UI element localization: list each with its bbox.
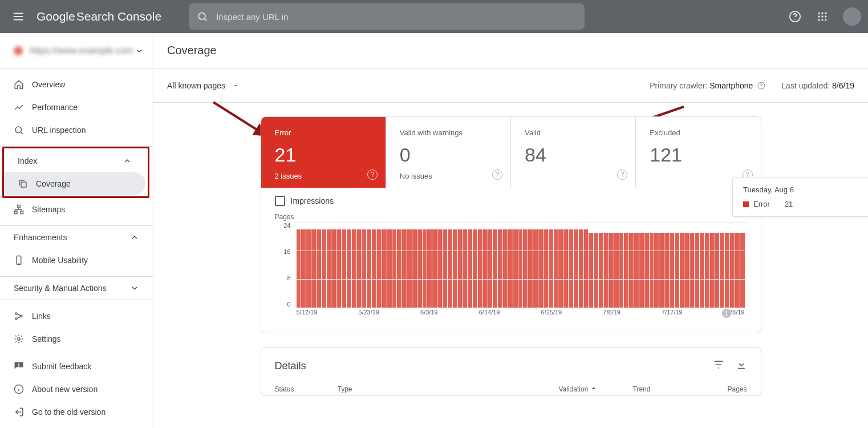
chart-bar[interactable] [710,233,715,308]
chart-bar[interactable] [533,229,538,308]
chart-bar[interactable] [377,229,382,308]
nav-section-security[interactable]: Security & Manual Actions [0,277,153,300]
chart-bar[interactable] [483,229,488,308]
chart-bar[interactable] [387,229,392,308]
chart-bar[interactable] [473,229,477,308]
chart-bar[interactable] [317,229,321,308]
chart-bar[interactable] [301,229,306,308]
filter-icon[interactable] [713,359,724,373]
chart-bar[interactable] [432,229,437,308]
chart-bar[interactable] [624,233,628,308]
chart-bar[interactable] [650,233,654,308]
chart-bar[interactable] [735,233,740,308]
chart-bar[interactable] [705,233,709,308]
chart-bar[interactable] [700,233,704,308]
nav-settings[interactable]: Settings [0,328,146,350]
chart-bar[interactable] [402,229,407,308]
chart-bar[interactable] [382,229,387,308]
chart-bar[interactable] [427,229,432,308]
chart-bar[interactable] [528,229,533,308]
chart-bar[interactable] [322,229,326,308]
chart-bar[interactable] [448,229,452,308]
chart-bar[interactable] [498,229,502,308]
chart-bar[interactable] [720,233,724,308]
tab-error[interactable]: Error 21 2 issues ? [261,117,386,188]
chart-bar[interactable] [367,229,371,308]
chart-bar[interactable] [538,229,543,308]
checkbox-icon[interactable] [275,196,285,206]
chart-bar[interactable] [342,229,346,308]
chart-bar[interactable] [423,229,427,308]
chart-bar[interactable] [336,229,341,308]
chart-bar[interactable] [508,229,513,308]
chart-bar[interactable] [604,233,609,308]
avatar[interactable] [843,7,861,26]
chart-bar[interactable] [695,233,699,308]
chart-bar[interactable] [488,229,493,308]
pages-filter-dropdown[interactable]: All known pages [167,81,239,90]
chart-bar[interactable] [297,229,301,308]
menu-icon[interactable] [7,5,30,28]
search-input[interactable] [215,11,577,22]
chart-bar[interactable] [478,229,482,308]
chart-bar[interactable] [372,229,376,308]
chart-bar[interactable] [468,229,472,308]
nav-links[interactable]: Links [0,305,146,328]
property-selector[interactable]: https://www.example.com [0,33,153,68]
chart-bar[interactable] [574,229,578,308]
chart-bar[interactable] [689,233,694,308]
chart-bar[interactable] [619,233,624,308]
chart-bar[interactable] [513,229,518,308]
chart-bar[interactable] [518,229,523,308]
chart-bar[interactable] [670,233,674,308]
nav-go-old[interactable]: Go to the old version [0,401,146,423]
chart-bar[interactable] [397,229,401,308]
help-icon[interactable] [784,5,806,28]
chart-bar[interactable] [584,229,589,308]
chart-bar[interactable] [362,229,366,308]
col-trend[interactable]: Trend [633,385,701,393]
chart-bar[interactable] [331,229,336,308]
chart-bar[interactable] [609,233,614,308]
help-small-icon[interactable] [757,82,765,90]
chart-event-marker[interactable]: 1 [722,309,731,318]
chart-bar[interactable] [680,233,684,308]
chart-bar[interactable] [684,233,689,308]
chart-bar[interactable] [407,229,412,308]
chart-bar[interactable] [654,233,659,308]
chart-bar[interactable] [599,233,603,308]
chart-bar[interactable] [730,233,735,308]
col-type[interactable]: Type [338,385,559,393]
nav-about-new[interactable]: About new version [0,378,146,401]
chart-bar[interactable] [675,233,679,308]
chart-bar[interactable] [664,233,669,308]
chart-bar[interactable] [306,229,311,308]
chart-bar[interactable] [352,229,356,308]
help-icon[interactable]: ? [617,169,627,180]
chart-bar[interactable] [357,229,362,308]
logo[interactable]: Google Search Console [36,10,161,23]
download-icon[interactable] [736,359,747,373]
chart-bar[interactable] [558,229,563,308]
chart-bar[interactable] [523,229,528,308]
chart-bar[interactable] [634,233,639,308]
chart-bar[interactable] [412,229,417,308]
nav-coverage[interactable]: Coverage [4,172,145,195]
chart-bar[interactable] [715,233,720,308]
nav-mobile-usability[interactable]: Mobile Usability [0,249,146,272]
chart-bar[interactable] [392,229,397,308]
chart-bar[interactable] [594,233,598,308]
chart-bar[interactable] [417,229,422,308]
chart-bar[interactable] [458,229,463,308]
chart-bar[interactable] [740,233,745,308]
nav-url-inspection[interactable]: URL inspection [0,119,146,142]
chart-bar[interactable] [327,229,331,308]
nav-performance[interactable]: Performance [0,96,146,119]
chart-bar[interactable] [443,229,447,308]
nav-overview[interactable]: Overview [0,73,146,96]
tab-valid[interactable]: Valid 84 ? [511,117,636,188]
col-validation[interactable]: Validation [559,385,633,393]
nav-sitemaps[interactable]: Sitemaps [0,198,146,221]
chart-bar[interactable] [437,229,442,308]
chart-bar[interactable] [543,229,548,308]
